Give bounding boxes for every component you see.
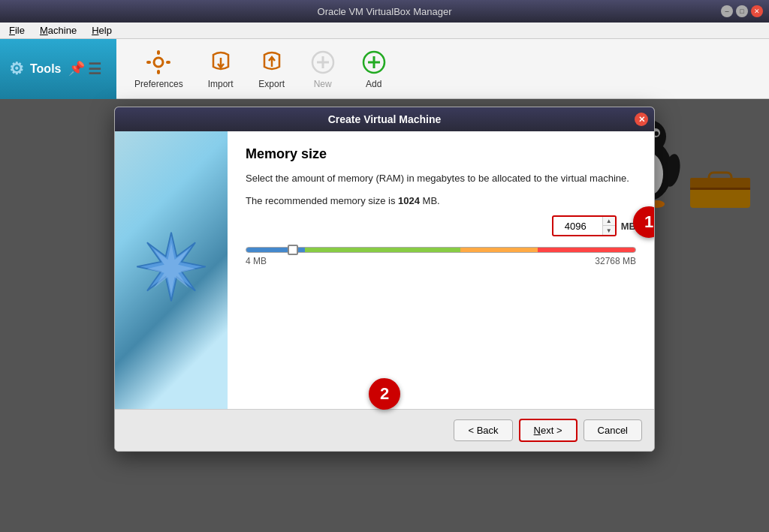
- tools-panel: ⚙ Tools 📌 ☰: [0, 39, 116, 99]
- slider-track[interactable]: [246, 247, 636, 253]
- modal-title: Create Virtual Machine: [328, 113, 442, 125]
- toolbar: ⚙ Tools 📌 ☰ Preferences: [0, 39, 769, 99]
- main-area: Create Virtual Machine ✕ 1: [0, 99, 769, 532]
- new-button[interactable]: New: [299, 44, 347, 94]
- pin-icon[interactable]: 📌: [68, 60, 85, 78]
- menu-machine[interactable]: Machine: [37, 23, 80, 38]
- list-icon[interactable]: ☰: [88, 60, 101, 78]
- star-logo: [130, 229, 213, 311]
- modal-footer: 2 < Back Next > Cancel: [115, 409, 654, 451]
- add-label: Add: [366, 79, 381, 89]
- modal-side-image: [115, 131, 228, 409]
- step-badge-1: 1: [633, 206, 655, 238]
- memory-input-box: ▲ ▼: [552, 215, 617, 236]
- add-icon: [360, 49, 388, 76]
- svg-point-0: [154, 58, 163, 67]
- cancel-button[interactable]: Cancel: [584, 419, 642, 441]
- slider-max-label: 32768 MB: [595, 256, 636, 266]
- import-button[interactable]: Import: [197, 44, 245, 94]
- preferences-label: Preferences: [134, 79, 183, 89]
- export-icon: [258, 49, 285, 76]
- slider-thumb[interactable]: [288, 245, 298, 255]
- svg-rect-1: [157, 50, 160, 55]
- menu-bar: File Machine Help: [0, 23, 769, 39]
- step-badge-2: 2: [369, 378, 400, 410]
- tools-icon: ⚙: [9, 59, 24, 79]
- spin-up-button[interactable]: ▲: [603, 217, 615, 226]
- memory-spinners: ▲ ▼: [602, 217, 615, 235]
- menu-file[interactable]: File: [6, 23, 28, 38]
- preferences-icon: [145, 49, 172, 76]
- modal-backdrop: Create Virtual Machine ✕ 1: [0, 99, 769, 532]
- svg-rect-3: [146, 61, 151, 64]
- tools-actions: 📌 ☰: [68, 60, 107, 78]
- back-button[interactable]: < Back: [454, 419, 512, 441]
- modal-close-button[interactable]: ✕: [635, 113, 648, 126]
- export-label: Export: [258, 79, 285, 89]
- spin-down-button[interactable]: ▼: [603, 226, 615, 235]
- toolbar-buttons: Preferences Import Export: [116, 44, 769, 94]
- close-button[interactable]: ✕: [751, 5, 763, 17]
- add-button[interactable]: Add: [350, 44, 398, 94]
- minimize-button[interactable]: –: [721, 5, 733, 17]
- new-label: New: [314, 79, 332, 89]
- modal-dialog: Create Virtual Machine ✕ 1: [114, 107, 655, 452]
- preferences-button[interactable]: Preferences: [124, 44, 194, 94]
- modal-body: 1 Memory size Select the amount of memor…: [115, 131, 654, 409]
- slider-container: [246, 247, 636, 253]
- recommended-text: The recommended memory size is 1024 MB.: [246, 194, 636, 209]
- menu-help[interactable]: Help: [89, 23, 115, 38]
- export-button[interactable]: Export: [248, 44, 296, 94]
- maximize-button[interactable]: □: [736, 5, 748, 17]
- modal-main-content: 1 Memory size Select the amount of memor…: [228, 131, 654, 409]
- import-icon: [207, 49, 234, 76]
- modal-header: Create Virtual Machine ✕: [115, 107, 654, 131]
- next-button[interactable]: Next >: [519, 419, 578, 442]
- import-label: Import: [208, 79, 234, 89]
- slider-min-label: 4 MB: [246, 256, 267, 266]
- memory-input[interactable]: [553, 218, 602, 234]
- svg-rect-4: [166, 61, 170, 64]
- window-title: Oracle VM VirtualBox Manager: [318, 6, 452, 17]
- window-controls: – □ ✕: [721, 5, 763, 17]
- section-title: Memory size: [246, 146, 636, 162]
- new-icon: [309, 49, 336, 76]
- svg-rect-2: [157, 70, 160, 74]
- description-text: Select the amount of memory (RAM) in meg…: [246, 171, 636, 186]
- tools-label: Tools: [30, 62, 61, 76]
- title-bar: Oracle VM VirtualBox Manager – □ ✕: [0, 0, 769, 23]
- slider-labels: 4 MB 32768 MB: [246, 256, 636, 266]
- memory-input-row: ▲ ▼ MB: [246, 215, 636, 236]
